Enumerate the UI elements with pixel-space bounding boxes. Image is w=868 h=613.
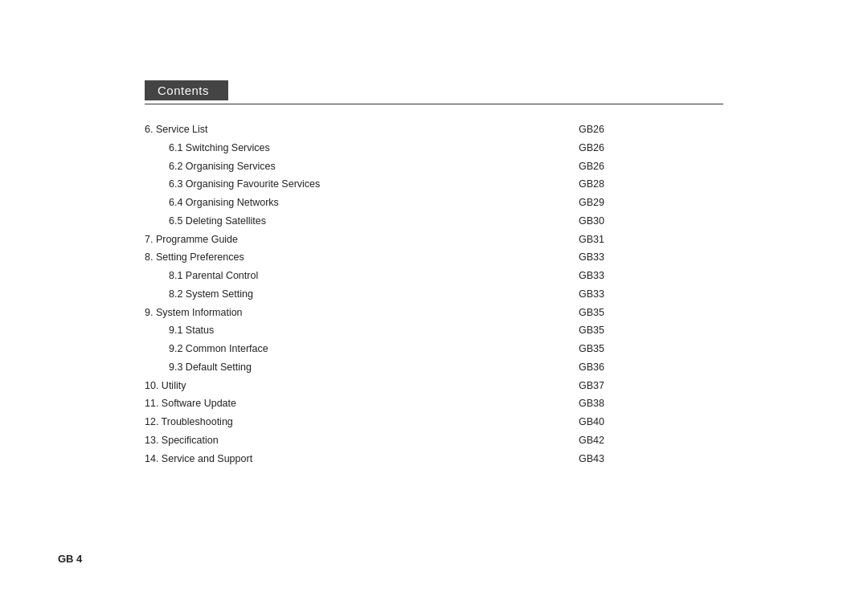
- toc-row-utility: 10. UtilityGB37: [145, 377, 723, 395]
- contents-header: Contents: [145, 80, 723, 104]
- toc-label-common-interface: 9.2 Common Interface: [145, 340, 579, 358]
- toc-table: 6. Service ListGB266.1 Switching Service…: [145, 121, 723, 468]
- toc-label-programme-guide: 7. Programme Guide: [145, 231, 579, 249]
- toc-label-parental-control: 8.1 Parental Control: [145, 267, 579, 285]
- toc-page-system-information: GB35: [579, 304, 723, 322]
- toc-label-troubleshooting: 12. Troubleshooting: [145, 413, 579, 431]
- toc-label-service-support: 14. Service and Support: [145, 450, 579, 468]
- toc-page-common-interface: GB35: [579, 340, 723, 358]
- toc-row-organising-favourite: 6.3 Organising Favourite ServicesGB28: [145, 175, 723, 194]
- toc-page-system-setting: GB33: [579, 285, 723, 304]
- toc-row-software-update: 11. Software UpdateGB38: [145, 394, 723, 413]
- toc-row-system-setting: 8.2 System SettingGB33: [145, 285, 723, 304]
- toc-page-service-support: GB43: [579, 450, 723, 468]
- toc-row-setting-preferences: 8. Setting PreferencesGB33: [145, 248, 723, 267]
- toc-label-switching-services: 6.1 Switching Services: [145, 139, 579, 157]
- toc-page-switching-services: GB26: [579, 139, 723, 157]
- toc-page-service-list: GB26: [579, 121, 723, 139]
- toc-label-software-update: 11. Software Update: [145, 394, 579, 413]
- toc-row-parental-control: 8.1 Parental ControlGB33: [145, 267, 723, 285]
- contents-section: Contents 6. Service ListGB266.1 Switchin…: [145, 80, 723, 468]
- toc-label-system-setting: 8.2 System Setting: [145, 285, 579, 304]
- toc-page-specification: GB42: [579, 431, 723, 450]
- toc-row-specification: 13. SpecificationGB42: [145, 431, 723, 450]
- toc-page-organising-networks: GB29: [579, 194, 723, 212]
- toc-page-software-update: GB38: [579, 394, 723, 413]
- toc-row-organising-networks: 6.4 Organising NetworksGB29: [145, 194, 723, 212]
- toc-label-default-setting: 9.3 Default Setting: [145, 358, 579, 377]
- toc-label-status: 9.1 Status: [145, 321, 579, 340]
- toc-row-status: 9.1 StatusGB35: [145, 321, 723, 340]
- toc-label-organising-favourite: 6.3 Organising Favourite Services: [145, 175, 579, 194]
- page-container: Contents 6. Service ListGB266.1 Switchin…: [0, 0, 868, 613]
- toc-page-setting-preferences: GB33: [579, 248, 723, 267]
- toc-label-utility: 10. Utility: [145, 377, 579, 395]
- toc-label-service-list: 6. Service List: [145, 121, 579, 139]
- toc-page-troubleshooting: GB40: [579, 413, 723, 431]
- toc-row-system-information: 9. System InformationGB35: [145, 304, 723, 322]
- toc-row-programme-guide: 7. Programme GuideGB31: [145, 231, 723, 249]
- toc-row-deleting-satellites: 6.5 Deleting SatellitesGB30: [145, 212, 723, 231]
- toc-row-common-interface: 9.2 Common InterfaceGB35: [145, 340, 723, 358]
- toc-page-status: GB35: [579, 321, 723, 340]
- toc-page-programme-guide: GB31: [579, 231, 723, 249]
- toc-row-troubleshooting: 12. TroubleshootingGB40: [145, 413, 723, 431]
- toc-row-default-setting: 9.3 Default SettingGB36: [145, 358, 723, 377]
- toc-label-setting-preferences: 8. Setting Preferences: [145, 248, 579, 267]
- toc-label-organising-networks: 6.4 Organising Networks: [145, 194, 579, 212]
- toc-row-switching-services: 6.1 Switching ServicesGB26: [145, 139, 723, 157]
- toc-row-service-list: 6. Service ListGB26: [145, 121, 723, 139]
- toc-page-deleting-satellites: GB30: [579, 212, 723, 231]
- toc-label-deleting-satellites: 6.5 Deleting Satellites: [145, 212, 579, 231]
- footer-label: GB 4: [58, 553, 82, 565]
- contents-title: Contents: [145, 80, 228, 100]
- toc-page-parental-control: GB33: [579, 267, 723, 285]
- toc-page-utility: GB37: [579, 377, 723, 395]
- toc-row-organising-services: 6.2 Organising ServicesGB26: [145, 157, 723, 176]
- toc-page-default-setting: GB36: [579, 358, 723, 377]
- toc-row-service-support: 14. Service and SupportGB43: [145, 450, 723, 468]
- toc-label-system-information: 9. System Information: [145, 304, 579, 322]
- toc-label-organising-services: 6.2 Organising Services: [145, 157, 579, 176]
- toc-page-organising-favourite: GB28: [579, 175, 723, 194]
- toc-label-specification: 13. Specification: [145, 431, 579, 450]
- toc-page-organising-services: GB26: [579, 157, 723, 176]
